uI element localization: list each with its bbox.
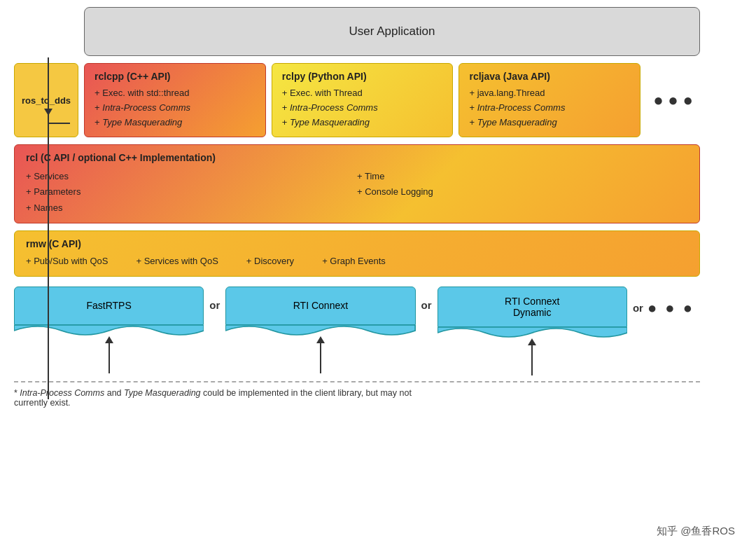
rcl-title: rcl (C API / optional C++ Implementation… [26,152,688,163]
rti-connext-dynamic-arrow-head [528,338,536,345]
fastrtps-arrow [108,342,110,373]
rmw-item-3: + Graph Events [322,254,386,269]
rcl-col2: + Time + Console Logging [357,169,688,215]
arrow-down-line [48,57,49,110]
rclpy-item-1: + Exec. with Thread [282,86,443,101]
footer-note: * Intra-Process Comms and Type Masquerad… [14,388,420,408]
rcl-section: rcl (C API / optional C++ Implementation… [14,144,700,223]
rcl-box: rcl (C API / optional C++ Implementation… [14,144,700,223]
api-row: ros_to_dds rclcpp (C++ API) + Exec. with… [14,63,700,137]
or-3-dots: or ● ● ● [627,299,700,317]
dots-dds: ● ● ● [648,299,694,317]
rclpy-item-2: + Intra-Process Comms [282,101,443,116]
h-line-ros [48,123,70,124]
dds-row: FastRTPS or RTI Connext [14,287,700,375]
rti-connext-arrow-head [316,336,325,343]
rmw-content: + Pub/Sub with QoS + Services with QoS +… [26,254,688,269]
rclcpp-box: rclcpp (C++ API) + Exec. with std::threa… [84,63,266,137]
left-vert-line [48,112,49,399]
fastrtps-arrow-head [105,336,113,343]
rcljava-item-1: + java.lang.Thread [469,86,630,101]
rclpy-item-3: + Type Masquerading [282,116,443,130]
rclcpp-item-1: + Exec. with std::thread [94,86,255,101]
or-1: or [204,299,225,311]
rcl-c1-i1: + Services [26,169,357,184]
rcl-c1-i2: + Parameters [26,184,357,200]
rmw-box: rmw (C API) + Pub/Sub with QoS + Service… [14,230,700,277]
rclcpp-item-2: + Intra-Process Comms [94,101,255,116]
rclcpp-title: rclcpp (C++ API) [94,71,255,82]
rcl-c1-i3: + Names [26,200,357,216]
watermark: 知乎 @鱼香ROS [657,525,735,538]
fastrtps-wrapper: FastRTPS [14,287,204,373]
or-2: or [416,299,438,311]
rclcpp-item-3: + Type Masquerading [94,116,255,130]
rcl-content: + Services + Parameters + Names + Time +… [26,169,688,215]
rclpy-box: rclpy (Python API) + Exec. with Thread +… [272,63,454,137]
rcljava-title: rcljava (Java API) [469,71,630,82]
rti-connext-dynamic-wrapper: RTI Connext Dynamic [438,287,627,375]
rmw-section: rmw (C API) + Pub/Sub with QoS + Service… [14,230,700,277]
rti-connext-dynamic-box: RTI Connext Dynamic [438,287,627,327]
dashed-divider [14,381,700,382]
rti-connext-dynamic-arrow [531,344,533,375]
user-application-label: User Application [349,25,435,39]
rcl-c2-i1: + Time [357,169,688,184]
dots-box: ● ● ● [646,63,700,137]
rcljava-item-2: + Intra-Process Comms [469,101,630,116]
rclpy-title: rclpy (Python API) [282,71,443,82]
rti-connext-wrapper: RTI Connext [225,287,415,373]
rcljava-item-3: + Type Masquerading [469,116,630,130]
rcl-col1: + Services + Parameters + Names [26,169,357,215]
rcl-c2-i2: + Console Logging [357,184,688,200]
fastrtps-box: FastRTPS [14,287,204,325]
rmw-title: rmw (C API) [26,238,688,249]
ros-to-dds-box: ros_to_dds [14,63,78,137]
rti-connext-box: RTI Connext [225,287,415,325]
rti-connext-arrow [320,342,321,373]
rcljava-box: rcljava (Java API) + java.lang.Thread + … [458,63,640,137]
user-application-box: User Application [84,7,700,56]
rmw-item-0: + Pub/Sub with QoS [26,254,108,269]
rmw-item-1: + Services with QoS [136,254,218,269]
diagram-container: User Application ros_to_dds rclcpp (C++ … [0,0,756,552]
rmw-item-2: + Discovery [246,254,294,269]
